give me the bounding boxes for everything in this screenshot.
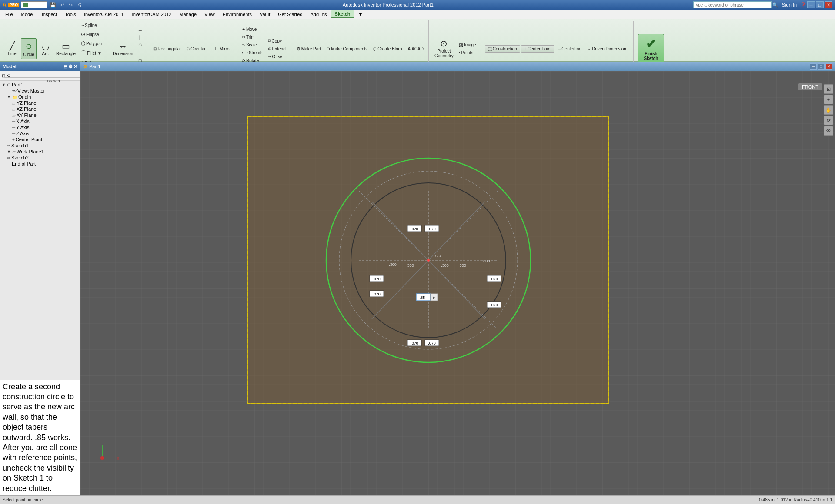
construction-btn[interactable]: ⬚ Construction xyxy=(485,45,520,53)
constraint4-btn[interactable]: = xyxy=(136,49,144,56)
tree-item-viewmaster[interactable]: 👁 View: Master xyxy=(6,88,79,94)
zoom-fit-btn[interactable]: ⊡ xyxy=(824,84,833,94)
image-btn[interactable]: 🖼 Image xyxy=(457,41,478,49)
scale-btn[interactable]: ⤡ Scale xyxy=(240,41,265,49)
menu-getstarted[interactable]: Get Started xyxy=(274,11,306,18)
tree-item-sketch1[interactable]: ✏ Sketch1 xyxy=(6,143,79,149)
tree-item-sketch2[interactable]: ✏ Sketch2 xyxy=(6,155,79,161)
make-components-btn[interactable]: ⚙ Make Components xyxy=(324,45,370,53)
svg-text:.85: .85 xyxy=(420,295,425,300)
zoom-in-btn[interactable]: + xyxy=(824,95,833,104)
polygon-btn[interactable]: ⬠ Polygon xyxy=(79,39,104,48)
centerline-btn[interactable]: ─ Centerline xyxy=(555,45,584,53)
menu-file[interactable]: File xyxy=(2,11,17,18)
create-block-btn[interactable]: ⬡ Create Block xyxy=(371,45,404,53)
print-icon[interactable]: 🖨 xyxy=(76,2,83,7)
acad-btn[interactable]: A ACAD xyxy=(406,45,426,53)
tree-item-yzplane[interactable]: ▱ YZ Plane xyxy=(11,100,79,106)
viewport-maximize-btn[interactable]: □ xyxy=(818,63,825,70)
constraint2-icon: ∥ xyxy=(138,35,140,40)
mirror-btn[interactable]: ⊣⊢ Mirror xyxy=(209,45,233,53)
dimension-btn[interactable]: ↔ Dimension xyxy=(110,38,135,59)
tree-item-xyplane[interactable]: ▱ XY Plane xyxy=(11,112,79,118)
project-geometry-btn[interactable]: ⊙ ProjectGeometry xyxy=(432,38,456,60)
rectangle-btn[interactable]: ▭ Rectangle xyxy=(54,38,78,59)
rectangular-btn[interactable]: ⊞ Rectangular xyxy=(151,45,183,53)
constraint1-btn[interactable]: ⊥ xyxy=(136,26,144,33)
minimize-button[interactable]: ─ xyxy=(807,1,815,8)
menu-tools[interactable]: Tools xyxy=(61,11,80,18)
circle-btn[interactable]: ○ Circle xyxy=(21,38,37,59)
points-btn[interactable]: • Points xyxy=(457,49,478,56)
arc-btn[interactable]: ◡ Arc xyxy=(37,38,53,59)
make-part-btn[interactable]: ⚙ Make Part xyxy=(294,45,324,53)
svg-text:.070: .070 xyxy=(490,277,498,281)
tree-item-xzplane[interactable]: ▱ XZ Plane xyxy=(11,106,79,112)
circular-btn[interactable]: ⊙ Circular xyxy=(184,45,207,53)
tree-item-yaxis[interactable]: ─ Y Axis xyxy=(11,124,79,130)
view-icon: 👁 xyxy=(12,89,17,93)
ellipse-btn[interactable]: ⊙ Ellipse xyxy=(79,30,104,39)
center-point-btn[interactable]: + Center Point xyxy=(521,45,554,53)
tree-item-workplane1[interactable]: ▼ ▱ Work Plane1 xyxy=(6,149,79,155)
svg-text:.300: .300 xyxy=(406,263,414,268)
look-at-btn[interactable]: 👁 xyxy=(824,126,833,136)
sign-in-btn[interactable]: Sign In xyxy=(779,2,799,7)
offset-icon: ⊸ xyxy=(268,54,271,59)
canvas-area[interactable]: .070 .070 .770 .300 .300 .300 .300 1.000… xyxy=(80,71,835,495)
menu-view[interactable]: View xyxy=(201,11,218,18)
maximize-button[interactable]: □ xyxy=(816,1,824,8)
constraint3-btn[interactable]: ⊙ xyxy=(136,41,144,49)
svg-text:.070: .070 xyxy=(411,227,418,231)
menu-inventorcam2012[interactable]: InventorCAM 2012 xyxy=(128,11,175,18)
viewport-close-btn[interactable]: ✕ xyxy=(825,63,832,70)
menu-dropdown[interactable]: ▼ xyxy=(355,11,367,18)
menu-environments[interactable]: Environments xyxy=(219,11,255,18)
tree-item-origin[interactable]: ▼ 📁 Origin xyxy=(6,94,79,100)
spline-icon: ~ xyxy=(81,22,84,28)
menu-vault[interactable]: Vault xyxy=(256,11,274,18)
menu-sketch[interactable]: Sketch xyxy=(331,10,354,18)
menu-manage[interactable]: Manage xyxy=(176,11,200,18)
close-button[interactable]: ✕ xyxy=(825,1,832,8)
move-icon: ✦ xyxy=(242,27,245,32)
tree-label-xzplane: XZ Plane xyxy=(17,106,36,112)
svg-text:1.000: 1.000 xyxy=(480,259,490,263)
search-icon[interactable]: 🔍 xyxy=(772,2,778,8)
tree-item-xaxis[interactable]: ─ X Axis xyxy=(11,118,79,124)
menu-addins[interactable]: Add-Ins xyxy=(307,11,331,18)
rotate-view-btn[interactable]: ⟳ xyxy=(824,116,833,125)
help-icon[interactable]: ❓ xyxy=(800,2,806,8)
spline-btn[interactable]: ~ Spline xyxy=(79,21,104,30)
move-btn[interactable]: ✦ Move xyxy=(240,26,265,33)
tree-item-zaxis[interactable]: ─ Z Axis xyxy=(11,130,79,136)
finish-sketch-btn[interactable]: ✔ FinishSketch xyxy=(638,34,664,63)
redo-icon[interactable]: ↪ xyxy=(67,2,74,8)
tree-item-endofpart[interactable]: ⊣ End of Part xyxy=(6,161,79,167)
viewport-minimize-btn[interactable]: ─ xyxy=(810,63,817,70)
svg-text:.770: .770 xyxy=(433,254,441,258)
expand-icon: ▼ xyxy=(7,95,11,99)
color-selector[interactable]: Color ▼ xyxy=(21,1,47,8)
trim-btn[interactable]: ✂ Trim xyxy=(240,33,265,41)
offset-btn[interactable]: ⊸ Offset xyxy=(266,53,288,60)
menu-inspect[interactable]: Inspect xyxy=(38,11,60,18)
pan-btn[interactable]: ✋ xyxy=(824,105,833,115)
copy-btn[interactable]: ⧉ Copy xyxy=(266,37,288,45)
extend-btn[interactable]: ⊕ Extend xyxy=(266,45,288,53)
menu-inventorcam2011[interactable]: InventorCAM 2011 xyxy=(80,11,127,18)
line-btn[interactable]: ╱ Line xyxy=(4,38,20,59)
constraint2-btn[interactable]: ∥ xyxy=(136,33,144,41)
search-input[interactable] xyxy=(693,1,772,8)
viewport[interactable]: ⚙ Part1 ─ □ ✕ xyxy=(80,62,835,495)
tree-label-origin: Origin xyxy=(18,94,31,99)
stretch-btn[interactable]: ⟷ Stretch xyxy=(240,49,265,56)
constraint4-icon: = xyxy=(138,50,141,55)
tree-item-centerpoint[interactable]: + Center Point xyxy=(11,136,79,143)
undo-icon[interactable]: ↩ xyxy=(59,2,66,8)
app-logo: A xyxy=(3,2,7,8)
fillet-btn[interactable]: ⌒ Fillet ▼ xyxy=(79,48,104,58)
save-icon[interactable]: 💾 xyxy=(49,2,57,8)
driven-dimension-btn[interactable]: ↔ Driven Dimension xyxy=(584,45,628,53)
menu-model[interactable]: Model xyxy=(17,11,37,18)
